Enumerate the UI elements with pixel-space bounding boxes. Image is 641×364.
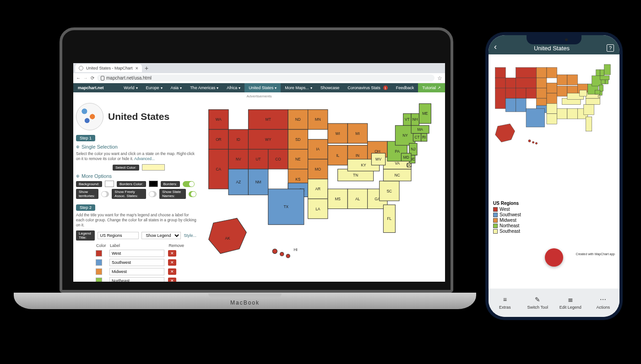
state-names-toggle[interactable]: [189, 191, 196, 197]
state-WV[interactable]: [371, 153, 385, 165]
state-WA[interactable]: [209, 110, 228, 129]
state-AK[interactable]: [209, 218, 247, 253]
reload-icon[interactable]: ⟳: [91, 75, 94, 80]
state-SC[interactable]: [380, 181, 399, 201]
state-DC[interactable]: [598, 95, 600, 97]
borders-toggle[interactable]: [183, 181, 195, 187]
back-icon[interactable]: ←: [76, 75, 81, 80]
legend-title-input[interactable]: [98, 232, 139, 239]
borders-color-swatch[interactable]: [149, 181, 158, 187]
state-NM[interactable]: [516, 98, 526, 112]
state-AZ[interactable]: [505, 98, 516, 112]
bookmark-icon[interactable]: ☆: [437, 75, 442, 81]
state-RI[interactable]: [421, 134, 427, 141]
state-MN[interactable]: [308, 110, 328, 129]
state-MT[interactable]: [516, 68, 537, 78]
background-swatch[interactable]: [105, 181, 114, 187]
state-MD[interactable]: [401, 153, 411, 161]
state-MT[interactable]: [248, 110, 288, 129]
label-input[interactable]: [109, 259, 164, 266]
style-link[interactable]: Style...: [184, 233, 196, 238]
bottom-extras[interactable]: ≡Extras: [489, 289, 521, 317]
state-CT[interactable]: [601, 80, 605, 84]
state-TX[interactable]: [526, 109, 544, 127]
state-WY[interactable]: [248, 129, 288, 149]
state-CT[interactable]: [413, 134, 421, 141]
state-WV[interactable]: [580, 90, 587, 96]
state-NE[interactable]: [537, 88, 547, 98]
tab-close-icon[interactable]: ×: [136, 65, 138, 71]
bottom-actions[interactable]: ⋯Actions: [587, 289, 620, 317]
state-WI[interactable]: [328, 123, 348, 143]
state-NV[interactable]: [228, 149, 248, 169]
state-AL[interactable]: [567, 109, 577, 119]
state-NH[interactable]: [411, 113, 419, 125]
state-AR[interactable]: [547, 103, 557, 113]
state-FL[interactable]: [586, 117, 592, 131]
nav-showcase[interactable]: Showcase: [316, 83, 344, 92]
state-NC[interactable]: [586, 98, 600, 104]
state-NV[interactable]: [505, 88, 516, 98]
state-NC[interactable]: [383, 169, 411, 181]
remove-button[interactable]: ✕: [168, 268, 176, 275]
state-OR[interactable]: [209, 129, 228, 149]
label-input[interactable]: [109, 268, 164, 275]
nav-more-maps[interactable]: More Maps...: [281, 83, 316, 92]
state-ND[interactable]: [537, 68, 547, 78]
color-fab[interactable]: [545, 248, 563, 267]
state-VT[interactable]: [596, 70, 600, 75]
state-DC[interactable]: [407, 163, 411, 167]
new-tab-button[interactable]: +: [142, 64, 151, 72]
color-swatch[interactable]: [96, 268, 102, 275]
state-WA[interactable]: [495, 68, 505, 78]
nav-asia[interactable]: Asia: [167, 83, 186, 92]
phone-map-canvas[interactable]: US Regions West Southwest Midwest Northe…: [489, 54, 619, 289]
state-SD[interactable]: [537, 78, 547, 88]
color-swatch[interactable]: [96, 278, 102, 282]
state-CO[interactable]: [268, 149, 288, 169]
state-MA[interactable]: [600, 76, 609, 80]
remove-button[interactable]: ✕: [168, 278, 176, 282]
state-NH[interactable]: [600, 70, 604, 75]
site-brand[interactable]: mapchart.net: [73, 86, 109, 90]
state-WI[interactable]: [557, 75, 567, 85]
state-SC[interactable]: [584, 105, 594, 115]
state-MI[interactable]: [348, 123, 367, 143]
bottom-switch-tool[interactable]: ✎Switch Tool: [521, 289, 554, 317]
state-AR[interactable]: [308, 179, 328, 198]
color-swatch[interactable]: [96, 250, 102, 257]
state-MI[interactable]: [567, 75, 577, 85]
nav-europe[interactable]: Europe: [142, 83, 167, 92]
browser-tab[interactable]: United States - MapChart ×: [75, 64, 142, 72]
state-SD[interactable]: [288, 129, 308, 149]
state-HI[interactable]: [528, 139, 531, 142]
state-CO[interactable]: [526, 88, 536, 98]
show-legend-select[interactable]: Show Legend: [141, 232, 181, 239]
freely-assoc-toggle[interactable]: [149, 191, 157, 197]
nav-world[interactable]: World: [120, 83, 141, 92]
state-NM[interactable]: [248, 169, 268, 195]
state-AL[interactable]: [348, 189, 367, 209]
state-VT[interactable]: [403, 113, 411, 125]
state-UT[interactable]: [248, 149, 268, 169]
state-ND[interactable]: [288, 110, 308, 129]
state-LA[interactable]: [308, 199, 328, 219]
state-ID[interactable]: [228, 129, 248, 149]
state-UT[interactable]: [516, 88, 526, 98]
color-swatch[interactable]: [96, 259, 102, 266]
state-MD[interactable]: [595, 90, 600, 94]
nav-feedback[interactable]: Feedback: [392, 83, 418, 92]
nav-tutorial[interactable]: Tutorial ↗: [418, 83, 445, 92]
state-IL[interactable]: [328, 145, 348, 165]
nav-coronavirus[interactable]: Coronavirus Stats: [343, 83, 392, 92]
state-IA[interactable]: [547, 83, 557, 93]
state-RI[interactable]: [605, 80, 608, 84]
state-CA[interactable]: [495, 88, 505, 109]
advanced-link[interactable]: Advanced...: [134, 156, 155, 161]
select-color-swatch[interactable]: [142, 164, 165, 171]
help-icon[interactable]: ?: [607, 44, 614, 52]
url-field[interactable]: mapchart.net/usa.html: [97, 75, 435, 81]
state-TX[interactable]: [268, 189, 304, 225]
state-MA[interactable]: [411, 125, 429, 133]
state-HI[interactable]: [272, 249, 277, 253]
